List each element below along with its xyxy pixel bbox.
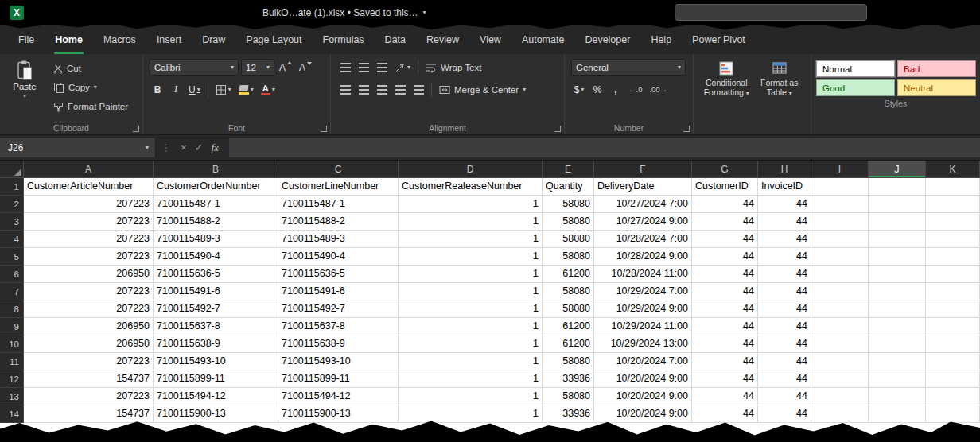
middle-align-button[interactable] — [356, 59, 371, 76]
cell-E7[interactable]: 58080 — [542, 283, 594, 300]
cell-J7[interactable] — [869, 283, 926, 300]
cell-F1[interactable]: DeliveryDate — [594, 178, 692, 196]
cell-J5[interactable] — [869, 248, 926, 266]
cell-E3[interactable]: 58080 — [542, 213, 594, 231]
cell-A12[interactable]: 154737 — [24, 370, 154, 388]
row-header-9[interactable]: 9 — [0, 318, 24, 335]
cell-B12[interactable]: 7100115899-11 — [154, 370, 278, 388]
cell-G14[interactable]: 44 — [692, 405, 758, 423]
merge-center-button[interactable]: Merge & Center ▾ — [437, 82, 528, 98]
column-header-J[interactable]: J — [869, 161, 926, 178]
cell-J11[interactable] — [869, 353, 926, 370]
cell-E10[interactable]: 61200 — [542, 335, 594, 353]
cell-I3[interactable] — [811, 213, 869, 231]
column-header-G[interactable]: G — [692, 161, 758, 178]
cell-I14[interactable] — [811, 405, 869, 423]
cell-G6[interactable]: 44 — [692, 266, 758, 283]
format-painter-button[interactable]: Format Painter — [51, 99, 130, 114]
cell-B13[interactable]: 7100115494-12 — [154, 388, 278, 405]
cell-D6[interactable]: 1 — [399, 266, 542, 283]
cell-E5[interactable]: 58080 — [542, 248, 594, 266]
cell-A5[interactable]: 207223 — [24, 248, 154, 266]
cell-H2[interactable]: 44 — [758, 196, 811, 213]
cell-H5[interactable]: 44 — [758, 248, 811, 266]
excel-logo-icon[interactable]: X — [10, 6, 24, 20]
row-header-7[interactable]: 7 — [0, 283, 24, 300]
cell-K1[interactable] — [926, 178, 980, 196]
cell-K14[interactable] — [926, 405, 980, 423]
cell-I5[interactable] — [811, 248, 869, 266]
cell-C4[interactable]: 7100115489-3 — [278, 231, 399, 248]
cell-I1[interactable] — [811, 178, 869, 196]
font-size-select[interactable]: 12 ▾ — [241, 59, 274, 76]
increase-decimal-button[interactable]: ←.0 — [626, 81, 644, 98]
row-header-4[interactable]: 4 — [0, 231, 24, 248]
cell-E1[interactable]: Quantity — [542, 178, 594, 196]
cell-B2[interactable]: 7100115487-1 — [154, 196, 278, 213]
paste-button[interactable]: Paste ▾ — [6, 59, 43, 121]
column-header-C[interactable]: C — [278, 161, 399, 178]
column-header-D[interactable]: D — [399, 161, 542, 178]
cell-E6[interactable]: 61200 — [542, 266, 594, 283]
cell-B10[interactable]: 7100115638-9 — [154, 335, 278, 353]
cell-D4[interactable]: 1 — [399, 231, 542, 248]
enter-icon[interactable]: ✓ — [195, 142, 204, 153]
column-header-F[interactable]: F — [594, 161, 692, 178]
tab-home[interactable]: Home — [45, 25, 93, 54]
cell-J4[interactable] — [869, 231, 926, 248]
cell-D3[interactable]: 1 — [399, 213, 542, 231]
cell-D14[interactable]: 1 — [399, 405, 542, 423]
cell-K9[interactable] — [926, 318, 980, 335]
cell-I13[interactable] — [811, 388, 869, 405]
cell-G11[interactable]: 44 — [692, 353, 758, 370]
cell-E14[interactable]: 33936 — [542, 405, 594, 423]
cell-H14[interactable]: 44 — [758, 405, 811, 423]
cell-J3[interactable] — [869, 213, 926, 231]
cell-K2[interactable] — [926, 196, 980, 213]
select-all-button[interactable] — [0, 161, 24, 178]
cell-style-neutral[interactable]: Neutral — [897, 79, 976, 96]
cell-A4[interactable]: 207223 — [24, 231, 154, 248]
cell-F4[interactable]: 10/28/2024 7:00 — [594, 231, 692, 248]
formula-input[interactable] — [229, 138, 980, 157]
copy-button[interactable]: Copy ▾ — [51, 79, 130, 95]
column-header-A[interactable]: A — [24, 161, 154, 178]
row-header-1[interactable]: 1 — [0, 178, 24, 196]
increase-font-size-button[interactable]: A — [277, 59, 294, 76]
cell-I8[interactable] — [811, 300, 869, 318]
cell-F9[interactable]: 10/29/2024 11:00 — [594, 318, 692, 335]
cell-B7[interactable]: 7100115491-6 — [154, 283, 278, 300]
cell-B9[interactable]: 7100115637-8 — [154, 318, 278, 335]
cell-J1[interactable] — [869, 178, 926, 196]
cell-G8[interactable]: 44 — [692, 300, 758, 318]
decrease-indent-button[interactable] — [392, 81, 408, 98]
column-header-E[interactable]: E — [542, 161, 594, 178]
cell-H11[interactable]: 44 — [758, 353, 811, 370]
tab-view[interactable]: View — [469, 25, 511, 54]
borders-button[interactable]: ▾ — [213, 81, 234, 98]
cell-C9[interactable]: 7100115637-8 — [278, 318, 399, 335]
column-header-B[interactable]: B — [154, 161, 278, 178]
row-header-12[interactable]: 12 — [0, 370, 24, 388]
row-header-6[interactable]: 6 — [0, 266, 24, 283]
cell-K10[interactable] — [926, 335, 980, 353]
orientation-button[interactable]: ▾ — [392, 59, 413, 76]
tab-insert[interactable]: Insert — [146, 25, 192, 54]
column-header-I[interactable]: I — [811, 161, 869, 178]
wrap-text-button[interactable]: Wrap Text — [423, 60, 484, 76]
format-as-table-button[interactable]: Format as Table ▾ — [753, 59, 807, 121]
cell-C13[interactable]: 7100115494-12 — [278, 388, 399, 405]
cell-C14[interactable]: 7100115900-13 — [278, 405, 399, 423]
conditional-formatting-button[interactable]: Conditional Formatting ▾ — [700, 59, 753, 121]
top-align-button[interactable] — [337, 59, 353, 76]
cell-A2[interactable]: 207223 — [24, 196, 154, 213]
search-box[interactable] — [675, 4, 867, 21]
insert-function-icon[interactable]: fx — [212, 142, 219, 154]
cell-J13[interactable] — [869, 388, 926, 405]
cell-E12[interactable]: 33936 — [542, 370, 594, 388]
clipboard-dialog-launcher-icon[interactable] — [133, 126, 139, 132]
cell-C11[interactable]: 7100115493-10 — [278, 353, 399, 370]
chevron-down-icon[interactable]: ▾ — [423, 10, 426, 16]
row-header-14[interactable]: 14 — [0, 405, 24, 423]
font-dialog-launcher-icon[interactable] — [321, 126, 327, 132]
